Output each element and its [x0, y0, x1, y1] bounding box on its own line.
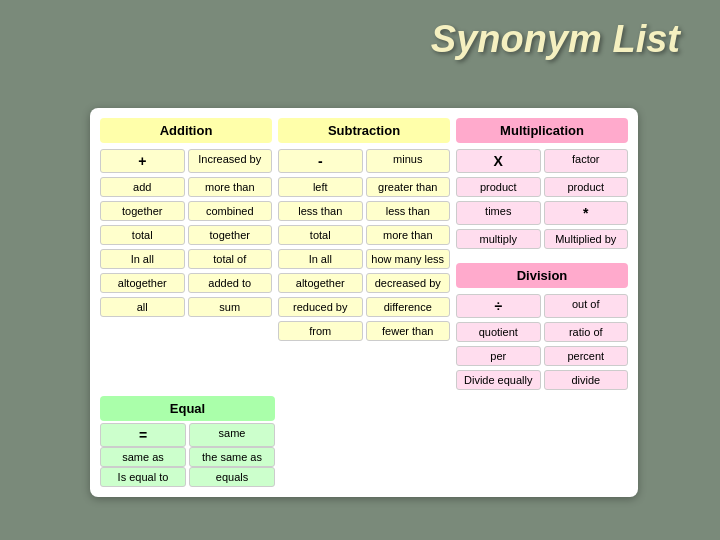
subtraction-cell-0-1: minus: [366, 149, 451, 173]
addition-cell-4-0: In all: [100, 249, 185, 269]
addition-row-6: all sum: [100, 297, 272, 317]
equal-row-0: = same: [100, 423, 275, 447]
mult-cell-1-0: product: [456, 177, 541, 197]
mult-cell-1-1: product: [544, 177, 629, 197]
mult-cell-3-1: Multiplied by: [544, 229, 629, 249]
subtraction-cell-0-0: -: [278, 149, 363, 173]
equal-cell-0-0: =: [100, 423, 186, 447]
page: Synonym List Addition + Increased by add…: [0, 0, 720, 540]
mult-row-3: multiply Multiplied by: [456, 229, 628, 249]
subtraction-cell-5-0: altogether: [278, 273, 363, 293]
subtraction-row-6: reduced by difference: [278, 297, 450, 317]
mult-cell-0-1: factor: [544, 149, 629, 173]
subtraction-cell-6-0: reduced by: [278, 297, 363, 317]
mult-row-2: times *: [456, 201, 628, 225]
div-row-3: Divide equally divide: [456, 370, 628, 390]
equal-cell-0-1: same: [189, 423, 275, 447]
div-row-0: ÷ out of: [456, 294, 628, 318]
top-columns: Addition + Increased by add more than to…: [100, 118, 628, 390]
subtraction-header: Subtraction: [278, 118, 450, 143]
addition-cell-6-0: all: [100, 297, 185, 317]
addition-cell-5-0: altogether: [100, 273, 185, 293]
addition-cell-3-0: total: [100, 225, 185, 245]
subtraction-cell-3-1: more than: [366, 225, 451, 245]
subtraction-cell-3-0: total: [278, 225, 363, 245]
subtraction-row-2: less than less than: [278, 201, 450, 221]
addition-row-1: add more than: [100, 177, 272, 197]
addition-row-2: together combined: [100, 201, 272, 221]
addition-row-4: In all total of: [100, 249, 272, 269]
mult-cell-2-1: *: [544, 201, 629, 225]
div-cell-1-1: ratio of: [544, 322, 629, 342]
subtraction-row-5: altogether decreased by: [278, 273, 450, 293]
subtraction-cell-4-1: how many less: [366, 249, 451, 269]
mult-cell-3-0: multiply: [456, 229, 541, 249]
subtraction-column: Subtraction - minus left greater than le…: [278, 118, 450, 390]
equal-cell-1-1: the same as: [189, 447, 275, 467]
div-cell-2-1: percent: [544, 346, 629, 366]
div-cell-1-0: quotient: [456, 322, 541, 342]
subtraction-cell-2-0: less than: [278, 201, 363, 221]
subtraction-cell-1-1: greater than: [366, 177, 451, 197]
div-row-2: per percent: [456, 346, 628, 366]
addition-row-5: altogether added to: [100, 273, 272, 293]
multiplication-header: Multiplication: [456, 118, 628, 143]
equal-cell-2-1: equals: [189, 467, 275, 487]
page-title: Synonym List: [431, 18, 680, 61]
div-cell-0-1: out of: [544, 294, 629, 318]
addition-cell-6-1: sum: [188, 297, 273, 317]
addition-cell-1-0: add: [100, 177, 185, 197]
right-column: Multiplication X factor product product …: [456, 118, 628, 390]
subtraction-cell-7-1: fewer than: [366, 321, 451, 341]
subtraction-row-3: total more than: [278, 225, 450, 245]
subtraction-cell-2-1: less than: [366, 201, 451, 221]
addition-cell-0-1: Increased by: [188, 149, 273, 173]
addition-cell-1-1: more than: [188, 177, 273, 197]
subtraction-cell-5-1: decreased by: [366, 273, 451, 293]
addition-column: Addition + Increased by add more than to…: [100, 118, 272, 390]
addition-cell-2-1: combined: [188, 201, 273, 221]
subtraction-row-0: - minus: [278, 149, 450, 173]
equal-cell-1-0: same as: [100, 447, 186, 467]
subtraction-row-7: from fewer than: [278, 321, 450, 341]
subtraction-cell-6-1: difference: [366, 297, 451, 317]
equal-cell-2-0: Is equal to: [100, 467, 186, 487]
div-cell-3-1: divide: [544, 370, 629, 390]
mult-cell-2-0: times: [456, 201, 541, 225]
div-row-1: quotient ratio of: [456, 322, 628, 342]
div-cell-0-0: ÷: [456, 294, 541, 318]
equal-row-2: Is equal to equals: [100, 467, 275, 487]
spacer: [456, 253, 628, 259]
addition-cell-5-1: added to: [188, 273, 273, 293]
subtraction-cell-7-0: from: [278, 321, 363, 341]
equal-section: Equal = same same as the same as Is equa…: [100, 396, 275, 487]
subtraction-cell-4-0: In all: [278, 249, 363, 269]
addition-cell-0-0: +: [100, 149, 185, 173]
addition-cell-3-1: together: [188, 225, 273, 245]
addition-header: Addition: [100, 118, 272, 143]
subtraction-cell-1-0: left: [278, 177, 363, 197]
div-cell-2-0: per: [456, 346, 541, 366]
equal-row-1: same as the same as: [100, 447, 275, 467]
mult-cell-0-0: X: [456, 149, 541, 173]
division-header: Division: [456, 263, 628, 288]
addition-cell-2-0: together: [100, 201, 185, 221]
mult-row-1: product product: [456, 177, 628, 197]
addition-row-0: + Increased by: [100, 149, 272, 173]
subtraction-row-4: In all how many less: [278, 249, 450, 269]
div-cell-3-0: Divide equally: [456, 370, 541, 390]
subtraction-row-1: left greater than: [278, 177, 450, 197]
mult-row-0: X factor: [456, 149, 628, 173]
addition-cell-4-1: total of: [188, 249, 273, 269]
synonym-card: Addition + Increased by add more than to…: [90, 108, 638, 497]
equal-header: Equal: [100, 396, 275, 421]
addition-row-3: total together: [100, 225, 272, 245]
